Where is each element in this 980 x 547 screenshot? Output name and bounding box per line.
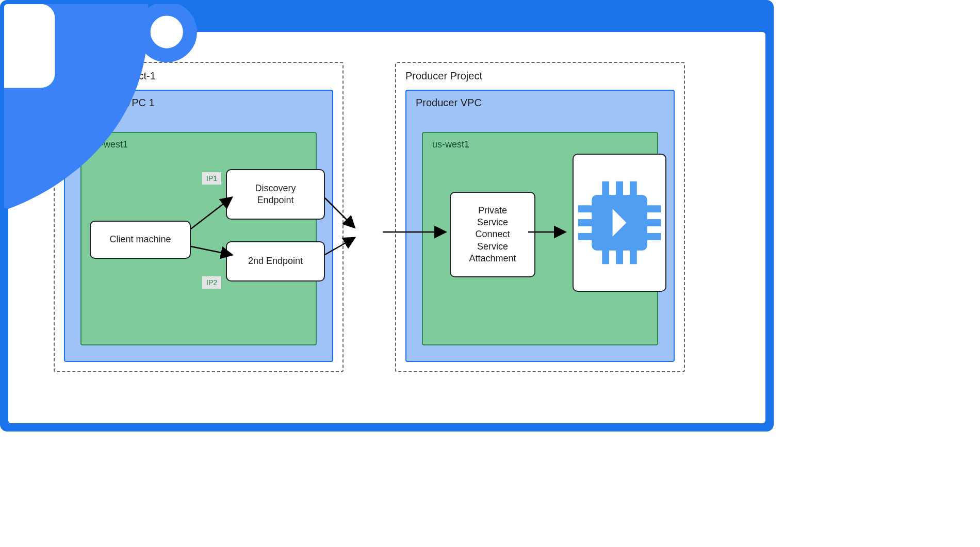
memorystore-label: Memorystore for Valkey — [592, 208, 647, 230]
consumer-project-label: Consumer Project-1 — [64, 70, 156, 82]
header: Google Cloud — [4, 4, 770, 32]
discovery-endpoint-node: Discovery Endpoint — [226, 169, 325, 220]
consumer-vpc-label: Consumer VPC 1 — [74, 97, 155, 109]
consumer-region-label: us-west1 — [91, 139, 128, 150]
second-endpoint-node: 2nd Endpoint — [226, 241, 325, 281]
diagram-canvas: Consumer Project-1 Consumer VPC 1 us-wes… — [8, 32, 765, 423]
psc-attachment-node: Private Service Connect Service Attachme… — [450, 192, 535, 277]
second-endpoint-label: 2nd Endpoint — [248, 255, 303, 267]
producer-vpc: Producer VPC us-west1 Private Service Co… — [405, 90, 675, 362]
google-cloud-frame: Google Cloud Consumer Project-1 Consumer… — [0, 0, 774, 432]
producer-vpc-label: Producer VPC — [416, 97, 482, 109]
producer-region-label: us-west1 — [432, 139, 469, 150]
brand-cloud: Cloud — [64, 10, 99, 26]
ip1-tag: IP1 — [202, 172, 221, 185]
producer-project: Producer Project Producer VPC us-west1 P… — [395, 62, 685, 372]
consumer-project: Consumer Project-1 Consumer VPC 1 us-wes… — [54, 62, 344, 372]
ip2-tag: IP2 — [202, 276, 221, 289]
brand-google: Google — [14, 10, 61, 26]
consumer-region: us-west1 Client machine IP1 Discovery En… — [80, 132, 317, 345]
producer-project-label: Producer Project — [405, 70, 482, 82]
producer-region: us-west1 Private Service Connect Service… — [422, 132, 658, 345]
memorystore-node: Memorystore for Valkey — [573, 154, 666, 292]
client-machine-node: Client machine — [90, 221, 191, 259]
psc-attachment-label: Private Service Connect Service Attachme… — [469, 205, 516, 265]
consumer-vpc: Consumer VPC 1 us-west1 Client machine I… — [64, 90, 333, 362]
discovery-endpoint-label: Discovery Endpoint — [255, 183, 296, 207]
client-machine-label: Client machine — [109, 234, 171, 245]
